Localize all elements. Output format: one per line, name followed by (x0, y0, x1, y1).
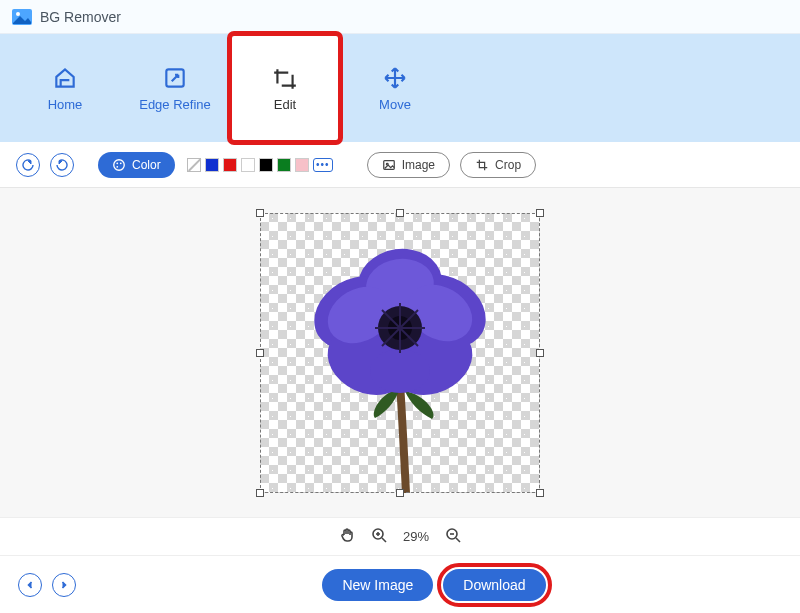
next-button[interactable] (52, 573, 76, 597)
crop-tool[interactable]: Crop (460, 152, 536, 178)
color-tool-label: Color (132, 158, 161, 172)
swatch-pink[interactable] (295, 158, 309, 172)
swatch-white[interactable] (241, 158, 255, 172)
nav-edge-refine[interactable]: Edge Refine (120, 34, 230, 142)
zoom-out-icon[interactable] (445, 527, 461, 546)
svg-point-3 (114, 159, 125, 170)
resize-handle-tr[interactable] (536, 209, 544, 217)
nav-home[interactable]: Home (10, 34, 120, 142)
svg-line-33 (456, 538, 460, 542)
resize-handle-t[interactable] (396, 209, 404, 217)
edit-toolbar: Color ••• Image Crop (0, 142, 800, 188)
canvas-area[interactable] (0, 188, 800, 518)
resize-handle-tl[interactable] (256, 209, 264, 217)
image-tool[interactable]: Image (367, 152, 450, 178)
nav-move-label: Move (379, 97, 411, 112)
zoom-level: 29% (403, 529, 429, 544)
resize-handle-b[interactable] (396, 489, 404, 497)
resize-handle-l[interactable] (256, 349, 264, 357)
download-label: Download (463, 577, 525, 593)
swatch-green[interactable] (277, 158, 291, 172)
main-nav: Home Edge Refine Edit Move (0, 34, 800, 142)
nav-edge-label: Edge Refine (139, 97, 211, 112)
pan-hand-icon[interactable] (339, 527, 355, 546)
swatch-none[interactable] (187, 158, 201, 172)
undo-button[interactable] (16, 153, 40, 177)
swatch-black[interactable] (259, 158, 273, 172)
download-button[interactable]: Download (443, 569, 545, 601)
title-bar: BG Remover (0, 0, 800, 34)
resize-handle-bl[interactable] (256, 489, 264, 497)
color-tool[interactable]: Color (98, 152, 175, 178)
zoom-in-icon[interactable] (371, 527, 387, 546)
swatch-red[interactable] (223, 158, 237, 172)
redo-button[interactable] (50, 153, 74, 177)
svg-point-1 (16, 12, 20, 16)
zoom-bar: 29% (0, 518, 800, 556)
artboard[interactable] (260, 213, 540, 493)
app-title: BG Remover (40, 9, 121, 25)
nav-move[interactable]: Move (340, 34, 450, 142)
nav-home-label: Home (48, 97, 83, 112)
svg-line-29 (382, 538, 386, 542)
new-image-button[interactable]: New Image (322, 569, 433, 601)
svg-point-6 (116, 165, 118, 167)
new-image-label: New Image (342, 577, 413, 593)
app-logo-icon (12, 8, 32, 26)
svg-point-5 (120, 162, 122, 164)
nav-edit[interactable]: Edit (230, 34, 340, 142)
image-tool-label: Image (402, 158, 435, 172)
nav-edit-label: Edit (274, 97, 296, 112)
footer-bar: New Image Download (0, 556, 800, 613)
prev-button[interactable] (18, 573, 42, 597)
color-swatches: ••• (187, 158, 333, 172)
swatch-more[interactable]: ••• (313, 158, 333, 172)
svg-point-14 (370, 349, 430, 393)
svg-point-4 (116, 162, 118, 164)
subject-image[interactable] (260, 213, 540, 493)
swatch-blue[interactable] (205, 158, 219, 172)
crop-tool-label: Crop (495, 158, 521, 172)
resize-handle-r[interactable] (536, 349, 544, 357)
resize-handle-br[interactable] (536, 489, 544, 497)
